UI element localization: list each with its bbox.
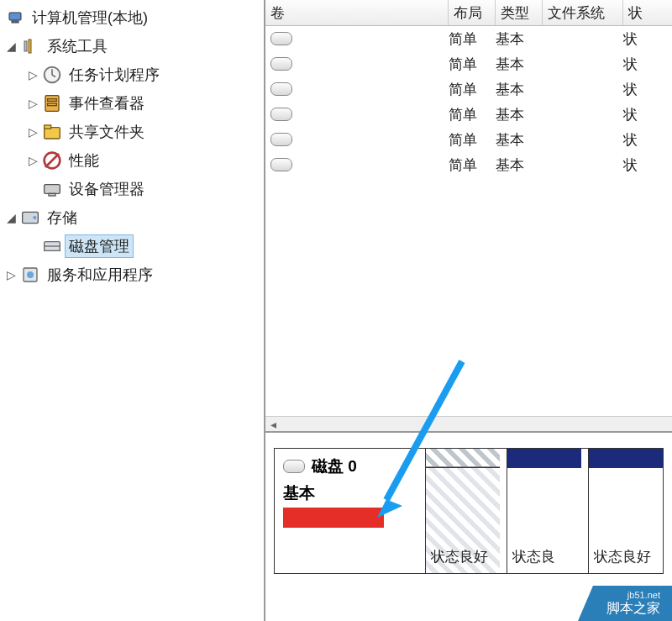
col-header-status[interactable]: 状: [623, 0, 672, 25]
storage-icon: [20, 208, 40, 227]
tree-label: 设备管理器: [66, 178, 148, 200]
tree-node-storage[interactable]: ◢ 存储: [5, 203, 259, 232]
volume-row[interactable]: 简单 基本 状: [265, 51, 672, 76]
volume-row[interactable]: 简单 基本 状: [265, 127, 672, 152]
tree-node-shared-folders[interactable]: ▷ 共享文件夹: [5, 118, 259, 146]
drive-icon: [270, 32, 292, 45]
svg-rect-11: [45, 185, 60, 194]
device-icon: [42, 180, 62, 198]
partition[interactable]: 状态良好: [426, 449, 500, 573]
tree-node-system-tools[interactable]: ◢ 系统工具: [5, 32, 259, 61]
tree-label: 性能: [66, 150, 102, 171]
svg-rect-3: [24, 41, 27, 51]
partition[interactable]: 状态良好: [588, 449, 663, 573]
svg-rect-16: [45, 246, 60, 250]
tree-node-services-apps[interactable]: ▷ 服务和应用程序: [5, 261, 259, 289]
tree-root-computer-management[interactable]: 计算机管理(本地): [5, 3, 259, 32]
partition-header-strip: [589, 449, 663, 467]
tree-label: 计算机管理(本地): [29, 7, 151, 29]
drive-icon: [270, 158, 292, 171]
tree-node-task-scheduler[interactable]: ▷ 任务计划程序: [5, 61, 259, 89]
expand-icon[interactable]: ▷: [27, 97, 39, 109]
watermark-name: 脚本之家: [606, 601, 660, 615]
volume-list-header: 卷 布局 类型 文件系统 状: [265, 0, 672, 26]
tools-icon: [20, 37, 40, 55]
computer-icon: [5, 8, 25, 27]
svg-rect-12: [49, 193, 55, 196]
scroll-left-icon[interactable]: ◂: [265, 418, 281, 431]
drive-icon: [270, 108, 292, 121]
volume-row[interactable]: 简单 基本 状: [265, 102, 672, 127]
watermark: jb51.net 脚本之家: [578, 586, 672, 621]
volume-row[interactable]: 简单 基本 状: [265, 152, 672, 177]
partition-status: 状态良好: [431, 547, 488, 566]
performance-icon: [42, 151, 62, 170]
tree-label: 服务和应用程序: [44, 264, 156, 286]
partition-header-strip: [507, 449, 581, 467]
disk-type: 基本: [283, 482, 417, 504]
tree-label: 任务计划程序: [66, 64, 163, 86]
tree-node-disk-management[interactable]: ▷ 磁盘管理: [5, 232, 259, 261]
navigation-tree: 计算机管理(本地) ◢ 系统工具 ▷ 任务计划程序 ▷: [0, 0, 265, 621]
svg-point-18: [27, 271, 34, 278]
col-header-volume[interactable]: 卷: [265, 0, 449, 25]
drive-icon: [270, 82, 292, 96]
tree-node-performance[interactable]: ▷ 性能: [5, 146, 259, 175]
tree-node-event-viewer[interactable]: ▷ 事件查看器: [5, 89, 259, 118]
tree-label: 系统工具: [44, 35, 111, 57]
drive-icon: [283, 460, 305, 473]
svg-rect-1: [12, 21, 18, 23]
expand-icon[interactable]: ▷: [27, 155, 39, 166]
volume-list: 简单 基本 状 简单 基本 状 简单 基本 状 简单: [265, 26, 672, 177]
watermark-url: jb51.net: [606, 591, 660, 600]
event-viewer-icon: [42, 94, 62, 113]
drive-icon: [270, 57, 292, 71]
partition-status: 状态良: [512, 547, 555, 566]
col-header-layout[interactable]: 布局: [449, 0, 496, 25]
expand-icon[interactable]: ▷: [27, 126, 39, 138]
tree-label: 磁盘管理: [66, 235, 133, 257]
services-icon: [20, 266, 40, 284]
tree-node-device-manager[interactable]: ▷ 设备管理器: [5, 175, 259, 203]
col-header-filesystem[interactable]: 文件系统: [543, 0, 623, 25]
tree-label: 事件查看器: [66, 92, 148, 114]
volume-row[interactable]: 简单 基本 状: [265, 26, 672, 51]
disk-0-block[interactable]: 磁盘 0 基本 状态良好 状态良 状态良: [274, 448, 664, 574]
expand-icon[interactable]: ▷: [5, 269, 17, 281]
svg-rect-2: [29, 39, 31, 53]
col-header-type[interactable]: 类型: [496, 0, 543, 25]
tree-label: 存储: [44, 207, 81, 229]
svg-rect-9: [45, 125, 51, 129]
tree-label: 共享文件夹: [66, 121, 148, 143]
horizontal-scrollbar[interactable]: ◂: [265, 416, 672, 431]
clock-icon: [42, 66, 62, 84]
svg-rect-7: [48, 103, 57, 106]
svg-point-14: [33, 216, 36, 219]
svg-rect-0: [9, 13, 21, 20]
disk-icon: [42, 237, 62, 255]
content-pane: 卷 布局 类型 文件系统 状 简单 基本 状 简单 基本 状: [265, 0, 672, 621]
partition-header-strip: [426, 449, 500, 467]
expand-icon[interactable]: ▷: [27, 69, 39, 81]
annotation-highlight: [283, 508, 384, 528]
volume-row[interactable]: 简单 基本 状: [265, 76, 672, 102]
partition-status: 状态良好: [594, 547, 651, 566]
disk-0-label: 磁盘 0 基本: [275, 449, 426, 573]
svg-rect-8: [45, 128, 60, 139]
collapse-icon[interactable]: ◢: [5, 212, 17, 224]
partition[interactable]: 状态良: [507, 449, 581, 573]
collapse-icon[interactable]: ◢: [5, 40, 17, 52]
folder-icon: [42, 123, 62, 141]
drive-icon: [270, 133, 292, 146]
disk-title: 磁盘 0: [312, 455, 357, 477]
svg-rect-6: [48, 99, 57, 102]
